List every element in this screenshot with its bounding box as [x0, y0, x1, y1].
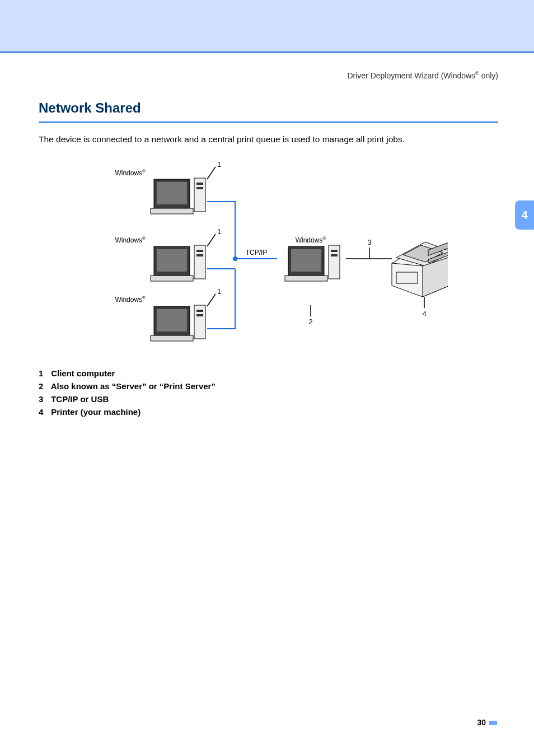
server-reg: ® — [322, 236, 326, 241]
svg-rect-22 — [157, 309, 187, 332]
client1-label: Windows — [115, 169, 142, 177]
svg-rect-42 — [396, 272, 418, 283]
svg-line-3 — [207, 294, 216, 306]
legend-text: TCP/IP or USB — [51, 394, 109, 404]
callout-1a: 1 — [217, 160, 221, 169]
server-computer-icon — [285, 245, 340, 281]
diagram-legend: 1 Client computer 2 Also known as “Serve… — [39, 368, 498, 417]
client2-label: Windows — [115, 236, 142, 244]
client3-label: Windows — [115, 296, 142, 304]
client-computer-icon — [151, 305, 205, 341]
section-title: Network Shared — [39, 100, 498, 119]
svg-text:Windows®: Windows® — [115, 236, 146, 244]
section-divider — [39, 122, 498, 123]
client1-reg: ® — [142, 169, 146, 174]
legend-row: 1 Client computer — [39, 368, 498, 378]
svg-rect-12 — [196, 187, 203, 189]
callout-2: 2 — [308, 318, 312, 326]
svg-point-0 — [233, 256, 237, 261]
client3-reg: ® — [142, 295, 146, 300]
svg-rect-8 — [157, 182, 187, 204]
svg-text:Windows®: Windows® — [295, 236, 326, 244]
client2-reg: ® — [142, 236, 146, 241]
legend-row: 2 Also known as “Server” or “Print Serve… — [39, 381, 498, 391]
printer-icon — [392, 242, 448, 297]
page-number: 30 — [477, 718, 497, 727]
running-head: Driver Deployment Wizard (Windows® only) — [39, 71, 498, 80]
legend-num: 2 — [39, 381, 49, 391]
client-computer-icon — [151, 245, 205, 281]
svg-line-1 — [207, 167, 216, 179]
legend-num: 1 — [39, 368, 49, 378]
header-blank-band — [0, 0, 534, 52]
legend-text: Printer (your machine) — [51, 407, 140, 417]
legend-row: 3 TCP/IP or USB — [39, 394, 498, 404]
page: 4 Driver Deployment Wizard (Windows® onl… — [0, 0, 534, 756]
svg-rect-18 — [196, 250, 203, 252]
callout-3: 3 — [367, 238, 371, 246]
running-head-suffix: only) — [479, 71, 498, 80]
network-diagram: Windows® 1 Windows® 1 — [39, 160, 498, 353]
svg-line-2 — [207, 234, 216, 246]
legend-text: Client computer — [51, 368, 115, 378]
protocol-label: TCP/IP — [245, 249, 267, 256]
svg-rect-15 — [157, 249, 187, 272]
legend-text: Also known as “Server” or “Print Server” — [51, 381, 216, 391]
svg-rect-25 — [196, 310, 203, 312]
callout-1b: 1 — [217, 227, 221, 236]
diagram-svg: Windows® 1 Windows® 1 — [90, 160, 448, 353]
legend-num: 3 — [39, 394, 49, 404]
svg-rect-26 — [196, 314, 203, 316]
callout-1c: 1 — [217, 287, 221, 296]
legend-row: 4 Printer (your machine) — [39, 407, 498, 417]
legend-num: 4 — [39, 407, 49, 417]
registered-mark: ® — [475, 71, 479, 76]
svg-rect-19 — [196, 254, 203, 256]
svg-rect-29 — [291, 249, 321, 272]
svg-rect-9 — [151, 208, 193, 214]
callout-4: 4 — [422, 310, 426, 318]
svg-rect-33 — [331, 254, 338, 256]
client-computer-icon — [151, 178, 205, 214]
server-label: Windows — [295, 236, 322, 244]
svg-text:Windows®: Windows® — [115, 295, 146, 304]
svg-rect-30 — [285, 276, 327, 281]
svg-text:Windows®: Windows® — [115, 169, 146, 177]
running-head-prefix: Driver Deployment Wizard (Windows — [347, 71, 475, 80]
svg-rect-32 — [331, 250, 338, 252]
content-area: Driver Deployment Wizard (Windows® only)… — [0, 53, 534, 417]
svg-rect-11 — [196, 183, 203, 185]
svg-rect-16 — [151, 276, 193, 281]
section-body: The device is connected to a network and… — [39, 134, 498, 145]
svg-rect-23 — [151, 335, 193, 341]
